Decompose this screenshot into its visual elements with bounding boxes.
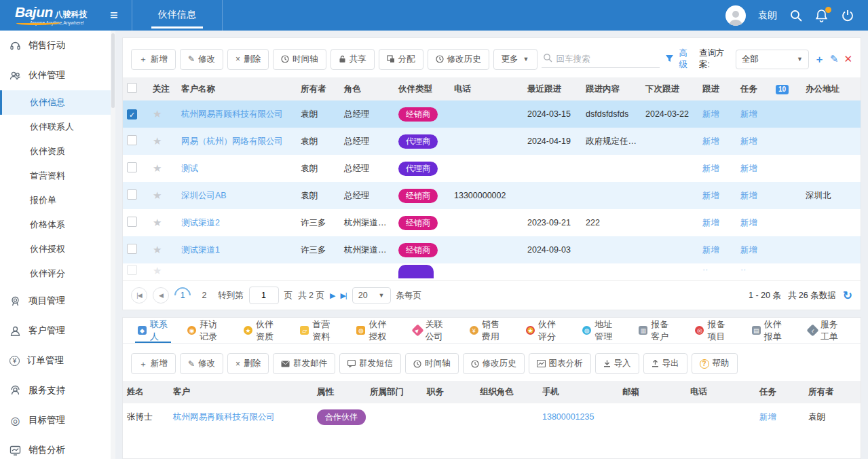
row-checkbox[interactable] (127, 217, 137, 227)
table-row-clipped[interactable]: ★ ·· ·· (123, 263, 861, 280)
history-button[interactable]: 修改历史 (428, 49, 489, 70)
follow-add-link[interactable]: 新增 (702, 245, 719, 255)
prev-page-button[interactable]: ◀ (153, 287, 169, 304)
tab-partner-score[interactable]: ★ 伙伴评分 (518, 318, 571, 343)
edit-plan-button[interactable]: ✎ (830, 53, 839, 65)
mass-sms-button[interactable]: 群发短信 (339, 353, 401, 374)
sidebar-item-partner-score[interactable]: 伙伴评分 (0, 261, 115, 286)
add-contact-button[interactable]: ＋新增 (131, 353, 176, 374)
tab-first-sale-docs[interactable]: ▱ 首营资料 (292, 318, 345, 343)
tab-contacts[interactable]: ◆ 联系人 (130, 318, 176, 343)
sidebar-item-customer-management[interactable]: 客户管理 (0, 316, 115, 346)
tab-partner-orders[interactable]: ▤ 伙伴报单 (744, 318, 797, 343)
task-add-link[interactable]: 新增 (740, 218, 757, 227)
star-icon[interactable]: ★ (153, 265, 162, 276)
history-button[interactable]: 修改历史 (463, 353, 525, 374)
table-row[interactable]: ★ 网易（杭州）网络有限公司 袁朗 总经理 代理商 2024-04-19 政府规… (123, 128, 861, 155)
row-checkbox[interactable] (127, 135, 137, 145)
star-icon[interactable]: ★ (153, 244, 162, 255)
notification-bell-icon[interactable] (815, 9, 829, 22)
add-button[interactable]: ＋新增 (131, 49, 176, 70)
table-row[interactable]: ★ 深圳公司AB 袁朗 总经理 经销商 13300000002 新增 新增 深圳… (123, 182, 861, 209)
table-row[interactable]: ✓ ★ 杭州网易再顾科技有限公司 袁朗 总经理 经销商 2024-03-15 d… (123, 100, 861, 128)
filter-funnel-icon[interactable] (665, 54, 674, 65)
edit-button[interactable]: ✎修改 (180, 49, 223, 70)
sidebar-item-partner-info[interactable]: 伙伴信息 (0, 90, 115, 115)
last-page-button[interactable]: ▶| (340, 291, 346, 300)
task-add-link[interactable]: 新增 (740, 136, 757, 146)
contact-customer-link[interactable]: 杭州网易再顾科技有限公司 (173, 412, 275, 422)
mobile-link[interactable]: 13800001235 (542, 412, 594, 422)
sidebar-item-order-management[interactable]: ¥ 订单管理 (0, 346, 115, 375)
sidebar-item-sales-action[interactable]: 销售行动 (0, 31, 115, 60)
table-row[interactable]: ★ 测试 袁朗 总经理 代理商 新增 新增 (123, 155, 861, 182)
follow-add-link[interactable]: 新增 (702, 109, 719, 119)
timeline-button[interactable]: 时间轴 (273, 49, 326, 70)
sidebar-item-partner-authorization[interactable]: 伙伴授权 (0, 237, 115, 261)
follow-add-link[interactable]: 新增 (702, 136, 719, 146)
sidebar-item-goal-management[interactable]: ◎ 目标管理 (0, 405, 115, 435)
sidebar-item-price-system[interactable]: 价格体系 (0, 213, 115, 237)
customer-link[interactable]: 杭州网易再顾科技有限公司 (181, 109, 283, 119)
goto-page-input[interactable] (249, 287, 279, 304)
advanced-link[interactable]: 高级 (679, 48, 694, 71)
star-icon[interactable]: ★ (153, 189, 162, 201)
next-page-button[interactable]: ▶ (330, 291, 335, 300)
sidebar-item-service-support[interactable]: 服务支持 (0, 375, 115, 405)
row-checkbox[interactable] (127, 189, 137, 200)
sidebar-item-partner-management[interactable]: 伙伴管理 (0, 60, 115, 90)
follow-add-link[interactable]: 新增 (702, 191, 719, 200)
tab-reported-customers[interactable]: ▥ 报备客户 (630, 318, 684, 343)
follow-add-link[interactable]: 新增 (702, 164, 719, 173)
task-add-link[interactable]: 新增 (759, 412, 776, 422)
tab-sales-expenses[interactable]: ¥ 销售费用 (461, 318, 515, 343)
star-icon[interactable]: ★ (153, 162, 162, 174)
star-icon[interactable]: ★ (153, 108, 162, 120)
sidebar-item-sales-analysis[interactable]: 销售分析 (0, 435, 115, 459)
hamburger-menu-icon[interactable]: ≡ (102, 7, 132, 23)
page-size-select[interactable]: 20▼ (352, 287, 391, 304)
sidebar-item-partner-contacts[interactable]: 伙伴联系人 (0, 115, 115, 139)
table-row[interactable]: 张博士 杭州网易再顾科技有限公司 合作伙伴 13800001235 新增 袁朗 (123, 403, 861, 430)
add-plan-button[interactable]: ＋ (814, 53, 825, 66)
export-button[interactable]: 导出 (643, 353, 687, 374)
row-checkbox[interactable]: ✓ (127, 109, 137, 120)
sidebar-item-project-management[interactable]: 项目管理 (0, 286, 115, 316)
task-add-link[interactable]: 新增 (740, 191, 757, 200)
tab-reported-projects[interactable]: ◎ 报备项目 (687, 318, 740, 343)
table-row[interactable]: ★ 测试渠道2 许三多 杭州渠道经理 经销商 2023-09-21 222 新增… (123, 209, 861, 236)
search-input[interactable] (556, 54, 658, 64)
customer-link[interactable]: 网易（杭州）网络有限公司 (181, 136, 283, 146)
avatar[interactable] (725, 5, 746, 26)
star-icon[interactable]: ★ (153, 135, 162, 147)
mass-email-button[interactable]: 群发邮件 (273, 353, 335, 374)
select-all-checkbox[interactable] (127, 83, 137, 93)
more-button[interactable]: 更多▼ (493, 49, 537, 70)
sidebar-scrollbar[interactable] (111, 31, 115, 459)
edit-contact-button[interactable]: ✎修改 (180, 353, 223, 374)
header-tab-partner-info[interactable]: 伙伴信息 (132, 0, 223, 31)
row-checkbox[interactable] (127, 265, 137, 275)
first-page-button[interactable]: |◀ (131, 287, 147, 304)
timeline-button[interactable]: 时间轴 (405, 353, 459, 374)
delete-contact-button[interactable]: ×删除 (227, 353, 269, 374)
customer-link[interactable]: 测试渠道2 (181, 218, 220, 227)
page-2-button[interactable]: 2 (196, 287, 212, 304)
tab-partner-qualification[interactable]: ★ 伙伴资质 (235, 318, 289, 343)
customer-link[interactable]: 测试 (181, 164, 198, 173)
help-button[interactable]: ?帮助 (692, 353, 738, 374)
search-box[interactable] (542, 50, 660, 68)
tab-partner-authorization[interactable]: ◍ 伙伴授权 (348, 318, 402, 343)
assign-button[interactable]: 分配 (379, 49, 423, 70)
follow-add-link[interactable]: 新增 (702, 218, 719, 227)
customer-link[interactable]: 深圳公司AB (181, 191, 227, 200)
row-checkbox[interactable] (127, 162, 137, 172)
import-button[interactable]: 导入 (595, 353, 639, 374)
customer-link[interactable]: 测试渠道1 (181, 245, 220, 255)
star-icon[interactable]: ★ (153, 217, 162, 228)
share-button[interactable]: 共享 (331, 49, 375, 70)
query-plan-select[interactable]: 全部▼ (736, 50, 809, 69)
tab-related-companies[interactable]: ▲ 关联公司 (405, 318, 459, 343)
delete-plan-button[interactable]: ✕ (844, 53, 852, 65)
sidebar-item-quotation[interactable]: 报价单 (0, 188, 115, 213)
